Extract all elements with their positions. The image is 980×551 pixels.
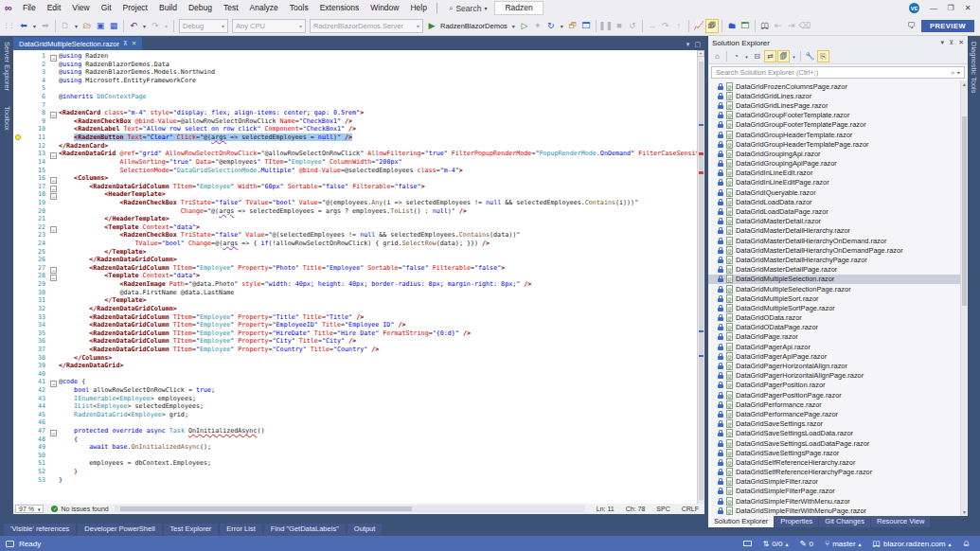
code-line[interactable]: 11 <RadzenButton Text="Clear" Click="@(a… [13, 133, 697, 142]
file-tree-item[interactable]: DataGridMultipleSortPage.razor [708, 303, 968, 312]
glyph-margin[interactable] [13, 411, 25, 419]
code-line[interactable]: 14 AllowSorting="true" Data="@employees"… [13, 158, 697, 167]
file-tree-item[interactable]: DataGridLoadDataPage.razor [708, 206, 968, 216]
file-tree-item[interactable]: DataGridPagerApi.razor [708, 342, 968, 351]
file-tree-item[interactable]: DataGridInLineEdit.razor [708, 169, 968, 178]
glyph-margin[interactable] [13, 395, 25, 403]
preview-button[interactable]: PREVIEW [921, 20, 974, 32]
file-tree-item[interactable]: DataGridPage.razor [708, 332, 968, 342]
code-line[interactable]: 12</RadzenCard> [13, 142, 697, 151]
code-line[interactable]: 21 </HeaderTemplate> [13, 215, 697, 223]
code-line[interactable]: 3@using RadzenBlazorDemos.Models.Northwi… [13, 68, 697, 77]
solution-explorer-search-input[interactable]: Search Solution Explorer (Ctrl+;) ⌕ ▾ [711, 66, 965, 79]
open-file-icon[interactable]: 🗁 [80, 19, 94, 33]
file-tree-item[interactable]: DataGridMultipleSort.razor [708, 293, 968, 303]
search-control[interactable]: ⌕ Search ▾ [441, 4, 494, 13]
glyph-margin[interactable] [13, 443, 25, 452]
glyph-margin[interactable] [13, 223, 25, 232]
code-line[interactable]: 45 RadzenDataGrid<Employee> grid; [13, 411, 697, 419]
fold-margin[interactable] [49, 386, 59, 395]
indentation-indicator[interactable]: SPC [650, 506, 675, 512]
glyph-margin[interactable] [13, 402, 25, 411]
glyph-margin[interactable] [13, 321, 25, 329]
glyph-margin[interactable] [13, 362, 25, 370]
code-line[interactable]: 44 IList<Employee> selectedEmployees; [13, 402, 697, 411]
new-file-dropdown-icon[interactable]: ▾ [72, 19, 80, 33]
glyph-margin[interactable] [13, 68, 25, 77]
fold-margin[interactable] [49, 68, 59, 77]
new-file-icon[interactable]: 🗋 [59, 19, 72, 33]
find-in-files-icon[interactable]: 🖿 [725, 19, 739, 33]
code-line[interactable]: 15 SelectionMode="DataGridSelectionMode.… [13, 167, 697, 175]
fold-margin[interactable]: − [49, 272, 59, 280]
menu-item[interactable]: Build [153, 0, 183, 16]
fold-margin[interactable] [49, 199, 59, 207]
glyph-margin[interactable] [13, 109, 25, 117]
glyph-margin[interactable] [13, 231, 25, 240]
glyph-margin[interactable] [13, 427, 25, 435]
auto-hide-pin-icon[interactable]: ⊻ [949, 39, 953, 46]
glyph-margin[interactable] [13, 264, 25, 273]
glyph-margin[interactable] [13, 386, 25, 395]
code-line[interactable]: 34 <RadzenDataGridColumn TItem="Employee… [13, 321, 697, 329]
glyph-margin[interactable] [13, 468, 25, 476]
file-tree-item[interactable]: DataGridMasterDetailHierarchyOnDemandPag… [708, 245, 968, 255]
code-line[interactable]: 31 </Template> [13, 296, 697, 305]
glyph-margin[interactable] [13, 337, 25, 346]
file-tree-item[interactable]: DataGridSimpleFilterWithMenu.razor [708, 496, 968, 506]
glyph-margin[interactable] [13, 150, 25, 158]
git-sync-status[interactable]: ⇅ 0/0 ▴ [763, 540, 789, 548]
navigate-back-dropdown-icon[interactable]: ▾ [30, 19, 39, 33]
glyph-margin[interactable] [13, 52, 25, 61]
unsaved-edits-status[interactable]: ✎ 0 [799, 539, 813, 548]
active-files-dropdown-icon[interactable]: ▾ [686, 41, 690, 48]
editor-vertical-scrollbar[interactable] [697, 50, 704, 504]
file-tree-item[interactable]: DataGridOData.razor [708, 313, 968, 323]
run-target-label[interactable]: RadzenBlazorDemos [440, 22, 508, 30]
fold-margin[interactable]: − [49, 52, 59, 61]
pin-tab-icon[interactable]: ⊼ [123, 40, 128, 47]
save-icon[interactable]: ▣ [94, 19, 107, 33]
glyph-margin[interactable] [13, 77, 25, 85]
panel-tab[interactable]: 'Visible' references [4, 524, 76, 536]
menu-item[interactable]: View [66, 0, 95, 16]
code-line[interactable]: 23 <RadzenCheckBox TriState="false" Valu… [13, 231, 697, 240]
glyph-margin[interactable] [13, 459, 25, 468]
fold-margin[interactable] [49, 452, 59, 460]
code-line[interactable]: 25 </Template> [13, 248, 697, 257]
quick-actions-lightbulb-icon[interactable] [15, 134, 21, 140]
tool-window-tab[interactable]: Solution Explorer [708, 516, 774, 527]
fold-margin[interactable] [49, 240, 59, 248]
glyph-margin[interactable] [13, 256, 25, 264]
fold-margin[interactable] [49, 411, 59, 419]
search-icon[interactable]: ⌕ ▾ [952, 68, 960, 78]
navigate-to-icon[interactable]: 🗔 [739, 19, 752, 33]
glyph-margin[interactable] [13, 142, 25, 151]
file-tree-item[interactable]: DataGridIQueryable.razor [708, 187, 968, 197]
glyph-margin[interactable] [13, 354, 25, 363]
file-tree-item[interactable]: DataGridGroupFooterTemplate.razor [708, 111, 968, 120]
glyph-margin[interactable] [13, 167, 25, 175]
glyph-margin[interactable] [13, 207, 25, 216]
tool-window-tab[interactable]: Resource View [871, 516, 930, 527]
code-line[interactable]: 43 IEnumerable<Employee> employees; [13, 395, 697, 403]
fold-margin[interactable] [49, 125, 59, 133]
file-tree-item[interactable]: DataGridGroupHeaderTemplate.razor [708, 130, 968, 139]
close-button[interactable]: ✕ [959, 0, 976, 16]
fold-margin[interactable] [49, 329, 59, 338]
browser-link-icon[interactable]: 🗗 [566, 19, 579, 33]
menu-item[interactable]: File [17, 0, 42, 16]
code-line[interactable]: 19 <RadzenCheckBox TriState="false" TVal… [13, 199, 697, 207]
code-line[interactable]: 36 <RadzenDataGridColumn TItem="Employee… [13, 337, 697, 346]
collapse-all-icon[interactable]: ⊟ [751, 50, 763, 62]
notifications-bell-icon[interactable]: 🕭 [963, 539, 971, 548]
scroll-down-icon[interactable]: ▼ [961, 509, 968, 515]
fold-margin[interactable] [49, 207, 59, 216]
fold-margin[interactable] [49, 321, 59, 329]
code-line[interactable]: 13−<RadzenDataGrid @ref="grid" AllowRowS… [13, 150, 697, 158]
code-line[interactable]: 53} [13, 476, 697, 485]
solution-name-badge[interactable]: Radzen [494, 1, 543, 15]
code-line[interactable]: 52 } [13, 468, 697, 476]
fold-margin[interactable] [49, 133, 59, 142]
code-line[interactable]: 8−<RadzenCard class="m-4" style="display… [13, 109, 697, 117]
